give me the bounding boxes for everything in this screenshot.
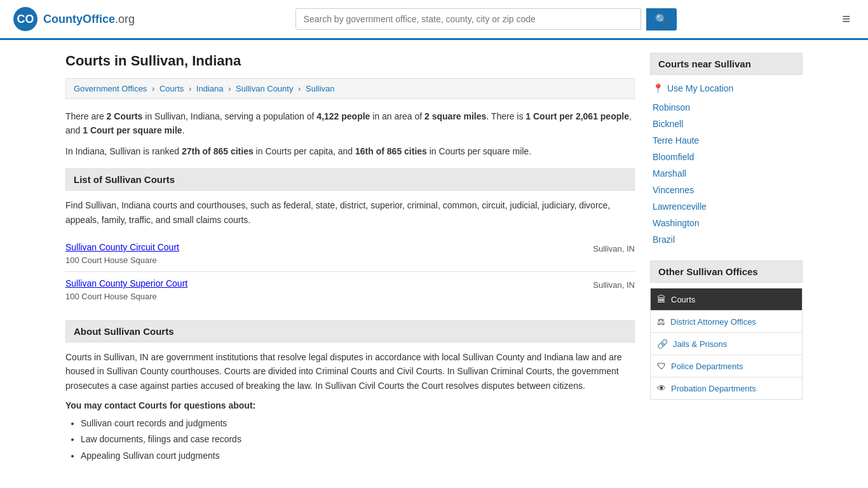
- court-address-0: 100 Court House Square: [65, 255, 635, 265]
- court-row-1: Sullivan County Superior Court Sullivan,…: [65, 278, 635, 290]
- nearby-city-link-6[interactable]: Lawrenceville: [653, 201, 707, 212]
- about-text: Courts in Sullivan, IN are government in…: [65, 350, 635, 393]
- location-pin-icon: 📍: [653, 83, 663, 93]
- nearby-city-link-2[interactable]: Terre Haute: [653, 135, 699, 146]
- nearby-city-link-8[interactable]: Brazil: [653, 234, 675, 245]
- contact-item-2: Appealing Sullivan court judgments: [81, 448, 635, 464]
- courts-icon: 🏛: [657, 294, 666, 304]
- breadcrumb-link-courts[interactable]: Courts: [159, 84, 184, 93]
- logo-icon: CO: [13, 6, 38, 32]
- court-row-0: Sullivan County Circuit Court Sullivan, …: [65, 242, 635, 254]
- office-link-jails[interactable]: Jails & Prisons: [673, 339, 727, 349]
- office-item-police[interactable]: 🛡 Police Departments: [651, 355, 802, 377]
- main-container: Courts in Sullivan, Indiana Government O…: [53, 40, 815, 477]
- breadcrumb: Government Offices › Courts › Indiana › …: [65, 78, 635, 99]
- office-link-courts[interactable]: Courts: [671, 295, 695, 304]
- nearby-city-0: Robinson: [650, 99, 803, 116]
- page-title: Courts in Sullivan, Indiana: [65, 53, 635, 69]
- jails-icon: 🔗: [657, 339, 668, 349]
- court-item-1: Sullivan County Superior Court Sullivan,…: [65, 272, 635, 308]
- offices-section-title: Other Sullivan Offices: [650, 261, 803, 283]
- search-icon: 🔍: [655, 14, 668, 25]
- use-location-item: 📍 Use My Location: [650, 80, 803, 99]
- da-icon: ⚖: [657, 316, 665, 327]
- nearby-city-link-5[interactable]: Vincennes: [653, 185, 694, 195]
- contact-list: Sullivan court records and judgments Law…: [65, 416, 635, 464]
- logo-org: .org: [115, 13, 135, 25]
- court-link-1[interactable]: Sullivan County Superior Court: [65, 278, 187, 288]
- list-section-header: List of Sullivan Courts: [65, 168, 635, 191]
- nearby-city-link-7[interactable]: Washington: [653, 218, 699, 228]
- office-link-probation[interactable]: Probation Departments: [671, 384, 756, 393]
- sidebar: Courts near Sullivan 📍 Use My Location R…: [650, 53, 803, 464]
- nearby-city-3: Bloomfield: [650, 149, 803, 165]
- content: Courts in Sullivan, Indiana Government O…: [65, 53, 635, 464]
- logo-text: CountyOffice.org: [43, 13, 135, 26]
- header: CO CountyOffice.org 🔍 ≡: [0, 0, 868, 40]
- svg-text:CO: CO: [17, 13, 34, 25]
- breadcrumb-link-indiana[interactable]: Indiana: [196, 84, 224, 93]
- office-item-da[interactable]: ⚖ District Attorney Offices: [651, 311, 802, 333]
- description-text: There are 2 Courts in Sullivan, Indiana,…: [65, 109, 635, 138]
- nearby-city-8: Brazil: [650, 231, 803, 248]
- breadcrumb-link-gov[interactable]: Government Offices: [74, 84, 147, 93]
- police-icon: 🛡: [657, 361, 666, 371]
- court-name-1: Sullivan County Superior Court: [65, 278, 187, 288]
- office-item-courts[interactable]: 🏛 Courts: [651, 288, 802, 311]
- court-item-0: Sullivan County Circuit Court Sullivan, …: [65, 236, 635, 272]
- nearby-city-1: Bicknell: [650, 116, 803, 132]
- office-link-da[interactable]: District Attorney Offices: [670, 317, 756, 327]
- nearby-city-6: Lawrenceville: [650, 198, 803, 215]
- search-button[interactable]: 🔍: [646, 8, 677, 30]
- court-city-1: Sullivan, IN: [593, 280, 635, 290]
- probation-icon: 👁: [657, 383, 666, 393]
- breadcrumb-link-sullivan-county[interactable]: Sullivan County: [236, 84, 293, 93]
- nearby-city-4: Marshall: [650, 165, 803, 182]
- contact-header: You may contact Courts for questions abo…: [65, 400, 635, 410]
- office-link-police[interactable]: Police Departments: [671, 362, 743, 371]
- hamburger-icon: ≡: [842, 11, 850, 27]
- courts-list: Sullivan County Circuit Court Sullivan, …: [65, 236, 635, 308]
- nearby-city-link-3[interactable]: Bloomfield: [653, 152, 694, 162]
- court-link-0[interactable]: Sullivan County Circuit Court: [65, 242, 179, 252]
- nearby-city-7: Washington: [650, 215, 803, 231]
- logo-brand: CountyOffice: [43, 13, 115, 25]
- breadcrumb-link-sullivan[interactable]: Sullivan: [306, 84, 335, 93]
- menu-button[interactable]: ≡: [837, 8, 855, 30]
- about-section: About Sullivan Courts Courts in Sullivan…: [65, 320, 635, 464]
- nearby-section-title: Courts near Sullivan: [650, 53, 803, 75]
- list-description: Find Sullivan, Indiana courts and courth…: [65, 198, 635, 227]
- office-item-probation[interactable]: 👁 Probation Departments: [651, 377, 802, 399]
- nearby-list: 📍 Use My Location Robinson Bicknell Terr…: [650, 80, 803, 248]
- logo-area: CO CountyOffice.org: [13, 6, 135, 32]
- search-input[interactable]: [295, 8, 641, 30]
- nearby-city-link-0[interactable]: Robinson: [653, 102, 690, 112]
- nearby-city-link-1[interactable]: Bicknell: [653, 119, 683, 129]
- court-city-0: Sullivan, IN: [593, 244, 635, 254]
- court-address-1: 100 Court House Square: [65, 292, 635, 301]
- nearby-city-2: Terre Haute: [650, 132, 803, 149]
- office-list: 🏛 Courts ⚖ District Attorney Offices 🔗 J…: [650, 288, 803, 400]
- nearby-city-5: Vincennes: [650, 182, 803, 198]
- use-location-link[interactable]: Use My Location: [667, 83, 733, 93]
- search-area: 🔍: [295, 8, 677, 30]
- court-name-0: Sullivan County Circuit Court: [65, 242, 179, 252]
- contact-item-1: Law documents, filings and case records: [81, 431, 635, 447]
- office-item-jails[interactable]: 🔗 Jails & Prisons: [651, 333, 802, 355]
- about-section-header: About Sullivan Courts: [65, 320, 635, 342]
- contact-item-0: Sullivan court records and judgments: [81, 416, 635, 431]
- nearby-city-link-4[interactable]: Marshall: [653, 168, 686, 179]
- stats-text: In Indiana, Sullivan is ranked 27th of 8…: [65, 144, 635, 158]
